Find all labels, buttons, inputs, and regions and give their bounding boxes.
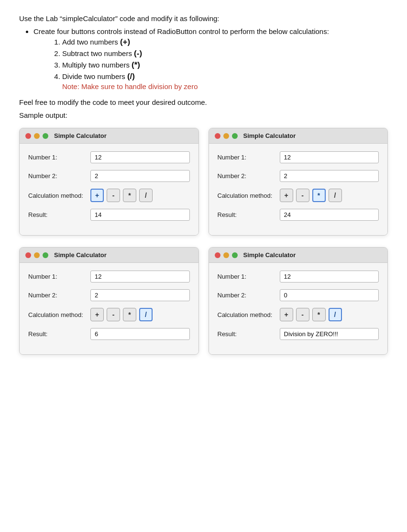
label-number2-1: Number 2: [28, 172, 90, 180]
input-result-3[interactable] [90, 328, 190, 340]
traffic-green-1[interactable] [43, 133, 48, 139]
op-btn-multiply-3[interactable]: * [123, 308, 136, 321]
traffic-red-4[interactable] [215, 252, 220, 258]
row-number2-4: Number 2: [218, 289, 379, 301]
row-calc-method-3: Calculation method:+-*/ [28, 308, 190, 321]
row-number2-1: Number 2: [28, 170, 190, 182]
op-btn-divide-1[interactable]: / [139, 189, 153, 202]
row-number1-1: Number 1: [28, 151, 190, 163]
row-result-4: Result: [218, 328, 379, 340]
label-number1-1: Number 1: [28, 154, 90, 161]
label-number2-2: Number 2: [218, 172, 280, 180]
op-btn-plus-4[interactable]: + [280, 308, 293, 321]
op-btn-plus-2[interactable]: + [280, 189, 293, 202]
row-number1-4: Number 1: [218, 271, 379, 283]
traffic-red-1[interactable] [25, 133, 31, 139]
calc-window-3: Simple Calculator Number 1: Number 2: Ca… [19, 247, 199, 355]
input-number1-2[interactable] [280, 151, 379, 163]
label-number1-3: Number 1: [28, 273, 90, 280]
window-title-3: Simple Calculator [54, 251, 107, 259]
calc-body-4: Number 1: Number 2: Calculation method:+… [209, 263, 388, 354]
title-bar-2: Simple Calculator [209, 128, 388, 144]
numbered-item-4: Divide two numbers (/) Note: Make sure t… [62, 72, 388, 91]
input-number1-3[interactable] [90, 271, 190, 283]
input-number1-1[interactable] [90, 151, 190, 163]
sample-output-label: Sample output: [19, 111, 388, 119]
op-btn-divide-4[interactable]: / [329, 308, 342, 321]
op-btn-minus-1[interactable]: - [107, 189, 120, 202]
row-number2-3: Number 2: [28, 289, 190, 301]
intro-paragraph: Use the Lab “simpleCalculator” code and … [19, 14, 388, 23]
traffic-yellow-3[interactable] [34, 252, 40, 258]
op-buttons-2: +-*/ [280, 189, 342, 202]
traffic-green-3[interactable] [43, 252, 48, 258]
label-number1-2: Number 1: [218, 154, 280, 161]
label-calc-method-4: Calculation method: [218, 311, 280, 318]
calc-body-3: Number 1: Number 2: Calculation method:+… [20, 263, 198, 354]
bullet-list: Create four buttons controls instead of … [33, 27, 388, 91]
label-calc-method-3: Calculation method: [28, 311, 90, 318]
op-btn-divide-3[interactable]: / [139, 308, 153, 321]
row-number2-2: Number 2: [218, 170, 379, 182]
calc-window-2: Simple Calculator Number 1: Number 2: Ca… [209, 128, 388, 236]
label-result-3: Result: [28, 330, 90, 338]
row-result-1: Result: [28, 209, 190, 221]
windows-grid: Simple Calculator Number 1: Number 2: Ca… [19, 128, 388, 355]
op-btn-minus-4[interactable]: - [296, 308, 309, 321]
input-number2-4[interactable] [280, 289, 379, 301]
op-btn-plus-3[interactable]: + [90, 308, 104, 321]
label-result-1: Result: [28, 211, 90, 218]
traffic-yellow-2[interactable] [223, 133, 229, 139]
label-number1-4: Number 1: [218, 273, 280, 280]
label-number2-3: Number 2: [28, 292, 90, 299]
row-calc-method-1: Calculation method:+-*/ [28, 189, 190, 202]
row-calc-method-2: Calculation method:+-*/ [218, 189, 379, 202]
traffic-yellow-4[interactable] [223, 252, 229, 258]
numbered-list: Add two numbers (+) Subtract two numbers… [62, 37, 388, 91]
op-btn-multiply-2[interactable]: * [312, 189, 326, 202]
label-result-2: Result: [218, 211, 280, 218]
title-bar-1: Simple Calculator [20, 128, 198, 144]
numbered-item-1: Add two numbers (+) [62, 37, 388, 47]
op-btn-plus-1[interactable]: + [90, 189, 104, 202]
input-number2-3[interactable] [90, 289, 190, 301]
input-result-2[interactable] [280, 209, 379, 221]
window-title-2: Simple Calculator [243, 132, 296, 139]
op-buttons-3: +-*/ [90, 308, 153, 321]
numbered-item-3: Multiply two numbers (*) [62, 60, 388, 70]
op-btn-multiply-4[interactable]: * [312, 308, 326, 321]
row-result-2: Result: [218, 209, 379, 221]
input-number1-4[interactable] [280, 271, 379, 283]
input-result-1[interactable] [90, 209, 190, 221]
feel-free-text: Feel free to modify the code to meet you… [19, 98, 388, 106]
op-buttons-1: +-*/ [90, 189, 153, 202]
input-result-4[interactable] [280, 328, 379, 340]
traffic-red-2[interactable] [215, 133, 220, 139]
window-title-1: Simple Calculator [54, 132, 107, 139]
division-note: Note: Make sure to handle division by ze… [62, 82, 388, 91]
calc-body-2: Number 1: Number 2: Calculation method:+… [209, 144, 388, 235]
calc-window-1: Simple Calculator Number 1: Number 2: Ca… [19, 128, 199, 236]
label-result-4: Result: [218, 330, 280, 338]
input-number2-2[interactable] [280, 170, 379, 182]
calc-window-4: Simple Calculator Number 1: Number 2: Ca… [209, 247, 388, 355]
label-calc-method-1: Calculation method: [28, 192, 90, 199]
traffic-yellow-1[interactable] [34, 133, 40, 139]
op-buttons-4: +-*/ [280, 308, 342, 321]
bullet-item: Create four buttons controls instead of … [33, 27, 388, 91]
traffic-green-2[interactable] [232, 133, 238, 139]
row-number1-2: Number 1: [218, 151, 379, 163]
row-calc-method-4: Calculation method:+-*/ [218, 308, 379, 321]
op-btn-divide-2[interactable]: / [329, 189, 342, 202]
row-result-3: Result: [28, 328, 190, 340]
label-number2-4: Number 2: [218, 292, 280, 299]
op-btn-minus-3[interactable]: - [107, 308, 120, 321]
input-number2-1[interactable] [90, 170, 190, 182]
title-bar-3: Simple Calculator [20, 248, 198, 263]
traffic-green-4[interactable] [232, 252, 238, 258]
numbered-item-2: Subtract two numbers (-) [62, 49, 388, 58]
op-btn-minus-2[interactable]: - [296, 189, 309, 202]
row-number1-3: Number 1: [28, 271, 190, 283]
traffic-red-3[interactable] [25, 252, 31, 258]
op-btn-multiply-1[interactable]: * [123, 189, 136, 202]
